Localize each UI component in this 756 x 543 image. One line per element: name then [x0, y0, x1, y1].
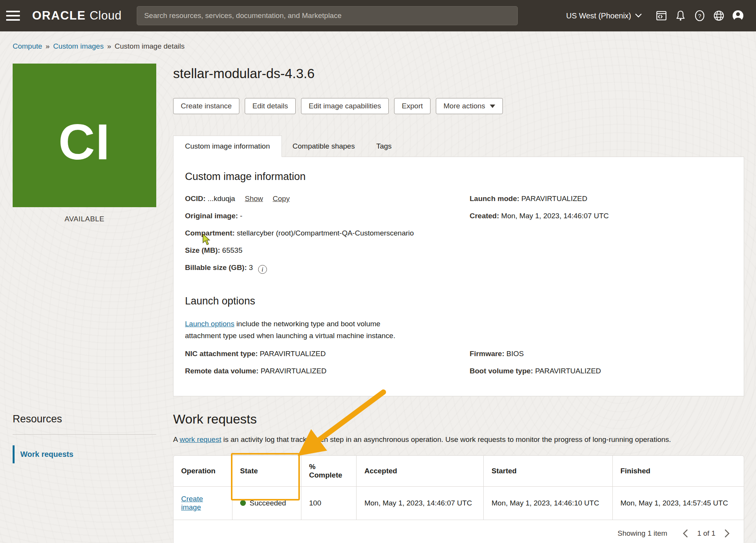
breadcrumb: Compute»Custom images»Custom image detai…	[13, 42, 756, 51]
work-requests-table-card: Operation State % Complete Accepted Star…	[173, 455, 744, 543]
more-actions-label: More actions	[443, 102, 485, 110]
launch-right-column: Firmware: BIOS Boot volume type: PARAVIR…	[470, 348, 732, 383]
image-thumbnail-block: CI AVAILABLE	[13, 64, 156, 223]
remote-data-volume-field: Remote data volume: PARAVIRTUALIZED	[185, 366, 458, 376]
cloud-shell-icon	[656, 10, 667, 21]
cell-started: Mon, May 1, 2023, 14:46:10 UTC	[484, 487, 613, 520]
user-avatar-icon	[731, 9, 745, 22]
ocid-copy-link[interactable]: Copy	[273, 195, 290, 203]
original-image-field: Original image: -	[185, 211, 458, 221]
breadcrumb-separator: »	[107, 42, 111, 50]
cloud-shell-button[interactable]	[652, 6, 671, 25]
custom-image-information-panel: Custom image information OCID: ...kduqja…	[173, 157, 744, 396]
sidebar-item-work-requests[interactable]: Work requests	[13, 445, 156, 463]
help-button[interactable]: ?	[690, 6, 709, 25]
compartment-field: Compartment: stellarcyber (root)/Compart…	[185, 228, 458, 238]
pagination-summary: Showing 1 item	[618, 529, 668, 538]
launch-options-link[interactable]: Launch options	[185, 320, 234, 328]
launch-options-heading: Launch options	[185, 295, 732, 307]
chevron-left-icon	[682, 529, 688, 538]
page-title: stellar-modular-ds-4.3.6	[173, 66, 744, 81]
image-initials: CI	[59, 100, 111, 171]
launch-mode-field: Launch mode: PARAVIRTUALIZED	[470, 193, 732, 204]
detail-tabs: Custom image information Compatible shap…	[173, 136, 744, 157]
topbar: ORACLE Cloud US West (Phoenix) ?	[0, 0, 756, 31]
cell-complete: 100	[301, 487, 357, 520]
column-started: Started	[484, 456, 613, 487]
tab-custom-image-information[interactable]: Custom image information	[173, 136, 282, 157]
create-instance-button[interactable]: Create instance	[173, 98, 239, 114]
search-input[interactable]	[137, 6, 518, 25]
firmware-field: Firmware: BIOS	[470, 348, 732, 359]
help-icon: ?	[694, 10, 706, 22]
breadcrumb-custom-images[interactable]: Custom images	[53, 42, 104, 50]
work-requests-table: Operation State % Complete Accepted Star…	[173, 456, 744, 520]
info-left-column: OCID: ...kduqja Show Copy Original image…	[185, 193, 458, 281]
page-indicator: 1 of 1	[697, 529, 715, 538]
info-right-column: Launch mode: PARAVIRTUALIZED Created: Mo…	[470, 193, 732, 281]
tab-tags[interactable]: Tags	[365, 136, 402, 157]
breadcrumb-compute[interactable]: Compute	[13, 42, 42, 50]
column-state: State	[232, 456, 301, 487]
action-buttons: Create instance Edit details Edit image …	[173, 98, 744, 114]
resources-nav: Resources Work requests	[13, 412, 156, 463]
succeeded-status-dot	[240, 500, 246, 506]
cell-state: Succeeded	[232, 487, 301, 520]
billable-size-field: Billable size (GB): 3 i	[185, 262, 458, 274]
boot-volume-type-field: Boot volume type: PARAVIRTUALIZED	[470, 366, 732, 376]
ocid-show-link[interactable]: Show	[245, 195, 263, 203]
edit-image-capabilities-button[interactable]: Edit image capabilities	[301, 98, 389, 114]
cell-operation: Create image	[173, 487, 232, 520]
prev-page-button[interactable]	[679, 527, 692, 540]
caret-down-icon	[490, 105, 495, 108]
breadcrumb-separator: »	[46, 42, 50, 50]
launch-options-description: Launch options include the networking ty…	[185, 318, 415, 342]
export-button[interactable]: Export	[394, 98, 430, 114]
cell-finished: Mon, May 1, 2023, 14:57:45 UTC	[612, 487, 744, 520]
svg-text:?: ?	[698, 13, 701, 19]
table-header-row: Operation State % Complete Accepted Star…	[173, 456, 744, 487]
custom-image-thumbnail: CI	[13, 64, 156, 207]
bell-icon	[675, 10, 686, 21]
column-finished: Finished	[612, 456, 744, 487]
region-label: US West (Phoenix)	[566, 11, 631, 20]
logo-oracle-text: ORACLE	[32, 9, 86, 23]
details-main: stellar-modular-ds-4.3.6 Create instance…	[173, 64, 744, 396]
state-text: Succeeded	[250, 499, 286, 507]
hamburger-menu-icon[interactable]	[6, 7, 24, 25]
work-request-link[interactable]: work request	[180, 435, 221, 443]
pagination: Showing 1 item 1 of 1	[173, 520, 744, 543]
resources-heading: Resources	[13, 413, 156, 425]
work-requests-description: A work request is an activity log that t…	[173, 433, 744, 445]
launch-left-column: NIC attachment type: PARAVIRTUALIZED Rem…	[185, 348, 458, 383]
resources-divider	[13, 434, 156, 435]
region-selector[interactable]: US West (Phoenix)	[566, 11, 642, 20]
column-complete: % Complete	[301, 456, 357, 487]
cell-accepted: Mon, May 1, 2023, 14:46:07 UTC	[357, 487, 484, 520]
ocid-field: OCID: ...kduqja Show Copy	[185, 193, 458, 204]
oracle-cloud-logo[interactable]: ORACLE Cloud	[32, 9, 121, 23]
language-button[interactable]	[709, 6, 728, 25]
size-field: Size (MB): 65535	[185, 245, 458, 255]
breadcrumb-current: Custom image details	[115, 42, 185, 50]
profile-button[interactable]	[728, 6, 748, 25]
info-section-heading: Custom image information	[185, 171, 732, 183]
column-accepted: Accepted	[357, 456, 484, 487]
chevron-down-icon	[635, 13, 642, 18]
table-row: Create image Succeeded 100 Mon, May 1, 2…	[173, 487, 744, 520]
notifications-button[interactable]	[671, 6, 690, 25]
create-image-link[interactable]: Create image	[181, 495, 203, 511]
status-badge: AVAILABLE	[13, 215, 156, 223]
next-page-button[interactable]	[721, 527, 734, 540]
column-operation: Operation	[173, 456, 232, 487]
info-icon[interactable]: i	[258, 265, 267, 274]
work-requests-heading: Work requests	[173, 412, 744, 427]
work-requests-section: Work requests A work request is an activ…	[173, 412, 744, 543]
tab-compatible-shapes[interactable]: Compatible shapes	[282, 136, 366, 157]
created-field: Created: Mon, May 1, 2023, 14:46:07 UTC	[470, 211, 732, 221]
more-actions-button[interactable]: More actions	[436, 98, 503, 114]
edit-details-button[interactable]: Edit details	[245, 98, 296, 114]
chevron-right-icon	[725, 529, 730, 538]
globe-icon	[713, 10, 725, 22]
nic-attachment-field: NIC attachment type: PARAVIRTUALIZED	[185, 348, 458, 359]
